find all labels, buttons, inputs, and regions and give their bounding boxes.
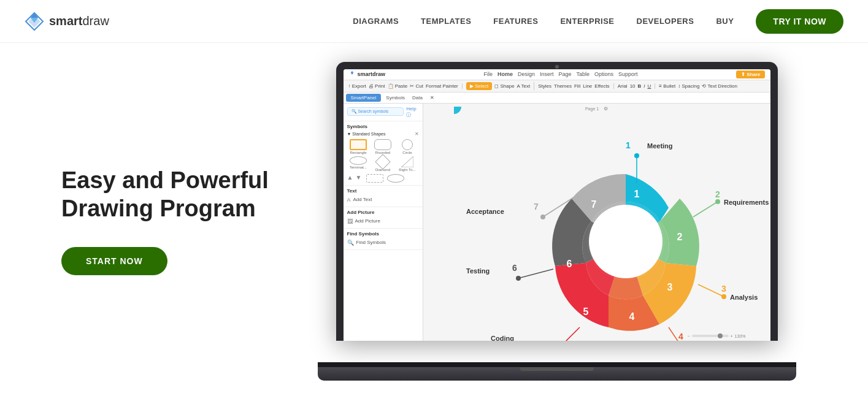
app-share-button[interactable]: ⬆ Share [736, 70, 765, 78]
toolbar-shape[interactable]: ◻ Shape [494, 83, 514, 89]
toolbar-italic[interactable]: I [643, 83, 645, 89]
panel-search-section: 🔍 Search symbols Help ⓘ [344, 104, 423, 121]
menu-table[interactable]: Table [577, 71, 590, 77]
nav-enterprise[interactable]: ENTERPRISE [560, 17, 614, 26]
logo[interactable]: smartdraw [25, 12, 109, 31]
picture-section-title: Add Picture [347, 210, 419, 215]
try-it-now-button[interactable]: TRY IT NOW [756, 9, 843, 34]
menu-support[interactable]: Support [618, 71, 638, 77]
nav-buy[interactable]: BUY [716, 17, 734, 26]
menu-page[interactable]: Page [559, 71, 572, 77]
svg-text:Requirements: Requirements [724, 199, 769, 206]
add-text-item[interactable]: A Add Text [347, 196, 419, 204]
toolbar-themes[interactable]: Themes [554, 83, 572, 89]
app-logo: smartdraw [348, 70, 386, 78]
toolbar-format[interactable]: Format Painter [426, 83, 458, 89]
toolbar-text[interactable]: A Text [517, 83, 531, 89]
nav-features[interactable]: FEATURES [493, 17, 538, 26]
shape-scroll-up[interactable]: ▲ [347, 174, 353, 183]
nav-diagrams[interactable]: DIAGRAMS [353, 17, 399, 26]
zoom-in-btn[interactable]: + [731, 334, 733, 338]
find-symbols-item[interactable]: 🔍 Find Symbols [347, 238, 419, 247]
menu-insert[interactable]: Insert [540, 71, 554, 77]
laptop-base [318, 367, 796, 381]
toolbar-print[interactable]: 🖨 Print [369, 83, 385, 89]
svg-text:3: 3 [721, 284, 726, 294]
logo-icon [25, 12, 44, 31]
app-menu-items: File Home Design Insert Page Table Optio… [483, 71, 637, 77]
symbols-title: Symbols [347, 124, 419, 129]
svg-text:1: 1 [634, 189, 639, 199]
menu-home[interactable]: Home [497, 71, 513, 77]
shape-circle[interactable]: Circle [396, 139, 419, 154]
svg-text:Testing: Testing [466, 267, 490, 275]
nav-templates[interactable]: TEMPLATES [421, 17, 471, 26]
app-screen: smartdraw File Home Design Insert Page T… [344, 69, 770, 341]
svg-line-36 [518, 269, 553, 278]
toolbar-line[interactable]: Line [583, 83, 592, 89]
toolbar-paste[interactable]: 📋 Paste [388, 83, 408, 89]
toolbar-fill[interactable]: Fill [574, 83, 580, 89]
laptop-hinge [318, 362, 796, 367]
tab-data[interactable]: Data [409, 94, 426, 102]
hero-section: Easy and Powerful Drawing Program START … [61, 167, 294, 275]
add-picture-item[interactable]: 🖼 Add Picture [347, 217, 419, 226]
tab-smartpanel[interactable]: SmartPanel [346, 94, 382, 102]
svg-point-7 [454, 107, 461, 114]
svg-text:Acceptance: Acceptance [466, 208, 504, 215]
shape-terminator[interactable]: Terminat... [347, 156, 370, 172]
toolbar-styles[interactable]: Styles [538, 83, 551, 89]
toolbar-spacing[interactable]: ↕ Spacing [678, 83, 699, 89]
shape-scroll-down[interactable]: ▼ [355, 174, 361, 183]
help-link[interactable]: Help ⓘ [406, 106, 418, 118]
svg-point-17 [634, 153, 639, 158]
zoom-slider[interactable] [692, 335, 729, 337]
toolbar-align-group: ≡ Bullet ↕ Spacing ⟲ Text Direction [659, 83, 741, 89]
canvas-scrollbar: − + 130% [687, 334, 745, 338]
shape-scroll: ▲ ▼ [347, 174, 419, 183]
app-toolbar: ↑ Export 🖨 Print 📋 Paste ✂ Cut Format Pa… [344, 80, 770, 93]
start-now-button[interactable]: START NOW [61, 247, 167, 275]
svg-text:5: 5 [583, 306, 588, 317]
svg-point-25 [721, 294, 726, 299]
svg-point-21 [715, 199, 720, 204]
svg-text:3: 3 [667, 282, 672, 292]
svg-text:7: 7 [534, 202, 539, 211]
menu-file[interactable]: File [483, 71, 493, 77]
main-content: Easy and Powerful Drawing Program START … [0, 43, 868, 399]
svg-point-37 [516, 276, 521, 281]
shape-triangle[interactable]: Right Tri... [396, 156, 419, 172]
shape-rounded[interactable]: Rounded [372, 139, 394, 154]
find-symbols-title: Find Symbols [347, 231, 419, 237]
main-nav: DIAGRAMS TEMPLATES FEATURES ENTERPRISE D… [353, 9, 843, 34]
tab-symbols[interactable]: Symbols [382, 94, 409, 102]
nav-developers[interactable]: DEVELOPERS [637, 17, 694, 26]
app-menubar: smartdraw File Home Design Insert Page T… [344, 69, 770, 80]
toolbar-bold[interactable]: B [638, 83, 642, 89]
svg-text:2: 2 [677, 232, 682, 242]
laptop: smartdraw File Home Design Insert Page T… [318, 62, 796, 381]
toolbar-export[interactable]: ↑ Export [348, 83, 366, 89]
app-canvas: Page 1 ⚙ [423, 104, 770, 341]
toolbar-textdir[interactable]: ⟲ Text Direction [702, 83, 737, 89]
toolbar-cut[interactable]: ✂ Cut [410, 83, 423, 89]
shape-rectangle[interactable]: Rectangle [347, 139, 370, 154]
symbol-search-input[interactable]: 🔍 Search symbols [347, 107, 404, 116]
zoom-level: 130% [735, 334, 746, 338]
toolbar-select-btn[interactable]: ▶ Select [466, 82, 492, 90]
shape-diamond[interactable]: Diamond [372, 156, 394, 172]
shape-grid: Rectangle Rounded [347, 139, 419, 172]
svg-line-20 [693, 202, 718, 217]
toolbar-effects[interactable]: Effects [594, 83, 609, 89]
shapes-close-btn[interactable]: ✕ [415, 131, 419, 137]
menu-options[interactable]: Options [594, 71, 613, 77]
hero-title: Easy and Powerful Drawing Program [61, 167, 294, 222]
toolbar-bullet[interactable]: ≡ Bullet [659, 83, 675, 89]
zoom-out-btn[interactable]: − [687, 334, 689, 338]
svg-line-24 [698, 284, 724, 297]
diagram-svg: 1 2 3 4 5 6 7 [454, 107, 770, 341]
app-body: 🔍 Search symbols Help ⓘ Symbols ▼ Standa… [344, 104, 770, 341]
toolbar-underline[interactable]: U [648, 83, 651, 89]
tab-close[interactable]: ✕ [426, 94, 438, 102]
menu-design[interactable]: Design [518, 71, 535, 77]
